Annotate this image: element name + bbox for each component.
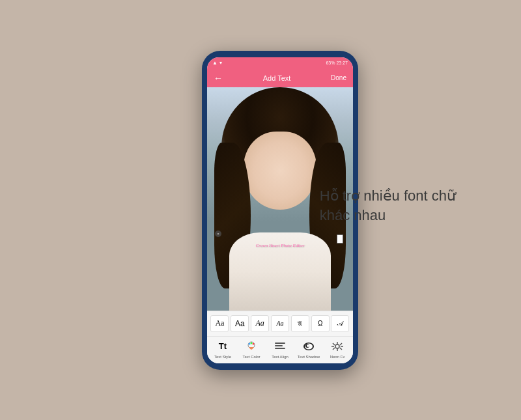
side-text-line2: khác nhau xyxy=(320,207,386,223)
side-text-line1: Hỗ trợ nhiều font chữ xyxy=(320,188,456,204)
text-style-icon: Tt xyxy=(214,339,232,354)
svg-line-18 xyxy=(340,343,342,345)
app-bar: ← Add Text Done xyxy=(207,69,353,87)
wifi-icon: ▾ xyxy=(219,60,222,66)
back-button[interactable]: ← xyxy=(214,73,223,83)
font-item-serif[interactable]: Aa xyxy=(210,315,229,332)
text-color-label: Text Color xyxy=(242,355,260,359)
font-item-script[interactable]: Aa xyxy=(271,315,289,332)
done-button[interactable]: Done xyxy=(331,74,346,81)
signal-icon: ▲ xyxy=(212,60,218,66)
svg-point-3 xyxy=(253,343,255,344)
text-color-icon xyxy=(242,339,260,354)
font-item-decorative[interactable]: 𝔄 xyxy=(291,315,309,332)
resize-handle[interactable] xyxy=(337,234,343,244)
font-item-symbol[interactable]: Ω xyxy=(311,315,330,332)
text-close-button[interactable]: × xyxy=(215,231,221,237)
neon-fx-icon xyxy=(328,339,346,354)
app-bar-title: Add Text xyxy=(263,74,291,82)
font-item-calligraphy[interactable]: 𝒜 xyxy=(331,315,349,332)
svg-line-17 xyxy=(340,348,342,350)
text-style-label: Text Style xyxy=(214,355,231,359)
status-right: 63% 23:27 xyxy=(326,61,348,65)
time-display: 23:27 xyxy=(336,61,348,65)
font-selector-row: Aa Aa Aa Aa 𝔄 Ω 𝒜 xyxy=(207,311,353,336)
scene: ▲ ▾ 63% 23:27 ← Add Text Done xyxy=(0,0,521,420)
tool-text-shadow[interactable]: Text Shadow xyxy=(297,339,320,359)
text-align-label: Text Align xyxy=(272,355,289,359)
status-bar: ▲ ▾ 63% 23:27 xyxy=(207,57,353,69)
svg-point-2 xyxy=(249,343,251,344)
svg-point-4 xyxy=(251,342,253,344)
svg-line-16 xyxy=(333,343,335,345)
tools-row: Tt Text Style Text Color xyxy=(207,336,353,363)
tool-text-color[interactable]: Text Color xyxy=(240,339,263,359)
face-area xyxy=(244,132,317,210)
svg-rect-6 xyxy=(275,345,283,346)
font-item-italic[interactable]: Aa xyxy=(251,315,269,332)
text-align-icon xyxy=(271,339,289,354)
status-left: ▲ ▾ xyxy=(212,60,222,66)
text-shadow-label: Text Shadow xyxy=(298,355,320,359)
text-shadow-icon xyxy=(300,339,318,354)
svg-line-19 xyxy=(333,348,335,350)
font-item-sans[interactable]: Aa xyxy=(231,315,249,332)
svg-rect-5 xyxy=(275,343,285,344)
svg-point-11 xyxy=(307,344,309,347)
tool-neon-fx[interactable]: Neon Fx xyxy=(326,339,349,359)
side-text-block: Hỗ trợ nhiều font chữ khác nhau xyxy=(320,186,456,227)
tool-text-align[interactable]: Text Align xyxy=(268,339,292,359)
battery-level: 63% xyxy=(326,61,335,65)
svg-rect-7 xyxy=(275,348,285,349)
photo-watermark: Crown Heart Photo Editor xyxy=(256,243,305,248)
svg-point-20 xyxy=(335,344,339,348)
neon-fx-label: Neon Fx xyxy=(330,355,345,359)
tool-text-style[interactable]: Tt Text Style xyxy=(211,339,234,359)
